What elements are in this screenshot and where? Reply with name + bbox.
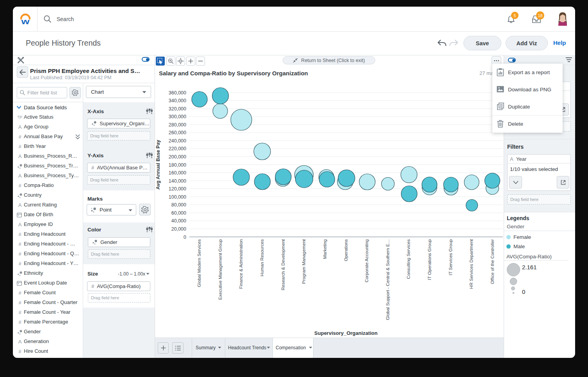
svg-text:140,000: 140,000 (169, 178, 186, 184)
svg-text:80,000: 80,000 (171, 202, 186, 208)
svg-text:Operations: Operations (344, 239, 348, 261)
svg-text:280,000: 280,000 (169, 122, 186, 128)
svg-text:IT Operations Group: IT Operations Group (427, 239, 432, 280)
svg-text:IT Services Group: IT Services Group (448, 239, 453, 275)
svg-text:20,000: 20,000 (171, 226, 186, 232)
svg-text:240,000: 240,000 (169, 138, 186, 144)
svg-text:Corporate Accounting: Corporate Accounting (364, 239, 369, 283)
svg-text:Finance & Administration: Finance & Administration (239, 239, 243, 289)
svg-text:0: 0 (184, 235, 186, 240)
svg-text:260,000: 260,000 (169, 130, 186, 135)
svg-text:Supervisory_Organization: Supervisory_Organization (314, 330, 378, 336)
svg-text:120,000: 120,000 (169, 186, 186, 192)
svg-text:320,000: 320,000 (169, 106, 186, 112)
svg-text:w: w (21, 17, 30, 25)
svg-text:Consulting Services: Consulting Services (406, 239, 411, 279)
svg-text:Office of the Controller: Office of the Controller (490, 239, 495, 284)
svg-text:Global Modern Services: Global Modern Services (197, 239, 201, 287)
svg-text:340,000: 340,000 (169, 98, 186, 103)
svg-text:Marketing: Marketing (323, 239, 327, 259)
svg-text:300,000: 300,000 (169, 114, 186, 119)
svg-text:Program Management: Program Management (301, 239, 306, 284)
svg-text:100,000: 100,000 (169, 194, 186, 200)
svg-text:Research & Development: Research & Development (281, 239, 285, 290)
svg-text:Human Resources: Human Resources (260, 239, 264, 276)
svg-text:Executive Management Group: Executive Management Group (218, 239, 223, 300)
svg-text:Global Support - Central & Sou: Global Support - Central & Southern E… (385, 239, 390, 320)
svg-text:HR Services Department: HR Services Department (469, 239, 474, 289)
svg-text:40,000: 40,000 (171, 218, 186, 224)
svg-text:Avg Annual Base Pay: Avg Annual Base Pay (155, 140, 161, 190)
svg-text:160,000: 160,000 (169, 170, 186, 176)
svg-text:200,000: 200,000 (169, 154, 186, 160)
svg-text:360,000: 360,000 (169, 90, 186, 96)
svg-text:220,000: 220,000 (169, 146, 186, 151)
svg-text:180,000: 180,000 (169, 162, 186, 168)
svg-text:60,000: 60,000 (171, 210, 186, 216)
